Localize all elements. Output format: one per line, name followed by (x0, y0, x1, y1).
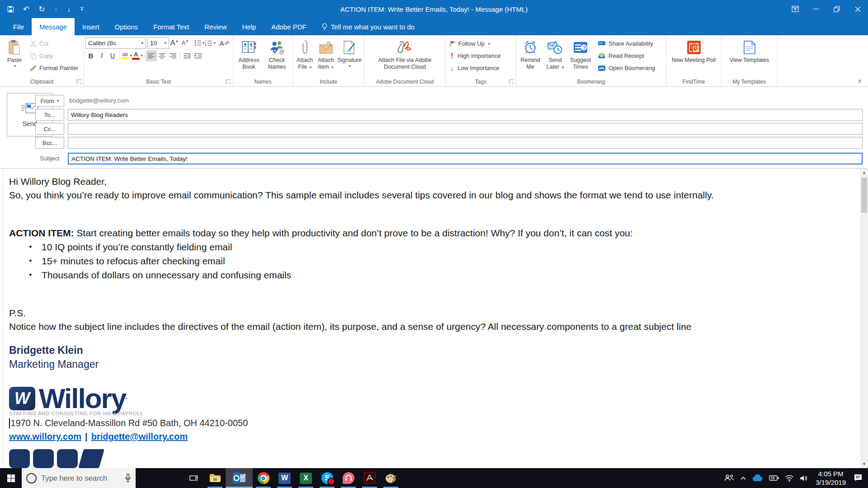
battery-icon[interactable] (769, 475, 779, 481)
undo-icon[interactable]: ↶ (23, 5, 29, 13)
task-view-button[interactable] (183, 468, 204, 488)
from-button[interactable]: From▾ (35, 95, 64, 107)
clear-formatting-button[interactable]: A (219, 38, 230, 49)
collapse-ribbon-icon[interactable]: ∧ (858, 78, 862, 84)
excel-taskbar-button[interactable]: X (295, 468, 316, 488)
volume-icon[interactable] (800, 475, 808, 482)
view-templates-button[interactable]: View Templates (729, 37, 770, 76)
show-hidden-icons-chevron[interactable] (740, 476, 746, 480)
bold-button[interactable]: B (85, 50, 96, 61)
paste-button[interactable]: Paste ▾ (1, 37, 28, 76)
font-size-combo[interactable]: 10▾ (147, 38, 169, 49)
scroll-up-icon[interactable]: ▲ (862, 170, 866, 175)
decrease-indent-button[interactable] (182, 50, 193, 61)
tell-me-box[interactable]: Tell me what you want to do (314, 18, 422, 35)
message-body[interactable]: Hi Willory Blog Reader, So, you think yo… (0, 168, 868, 468)
headset-app-taskbar-button[interactable] (338, 468, 359, 488)
tab-format-text[interactable]: Format Text (146, 18, 197, 35)
action-center-icon[interactable] (854, 474, 863, 483)
tags-dialog-launcher-icon[interactable]: ↘ (509, 80, 514, 84)
file-explorer-button[interactable] (204, 468, 226, 488)
start-button[interactable] (0, 468, 22, 488)
body-scrollbar[interactable]: ▲ ▼ (860, 169, 868, 468)
numbering-button[interactable]: 123 ▾ (205, 38, 216, 49)
tab-options[interactable]: Options (107, 18, 146, 35)
font-name-combo[interactable]: Calibri (Bc▾ (85, 38, 146, 49)
bcc-field[interactable] (68, 137, 863, 149)
increase-indent-button[interactable] (193, 50, 203, 61)
email-link[interactable]: bridgette@willory.com (91, 432, 188, 441)
skype-taskbar-button[interactable]: S (316, 468, 338, 488)
highlight-button[interactable]: ab▾ (121, 50, 132, 61)
underline-button[interactable]: U (107, 50, 118, 61)
microphone-icon[interactable] (125, 474, 131, 483)
ribbon-display-options-icon[interactable] (785, 0, 806, 18)
font-color-button[interactable]: A▾ (132, 50, 143, 61)
tab-insert[interactable]: Insert (75, 18, 107, 35)
check-names-button[interactable]: @ Check Names (263, 37, 291, 76)
address-book-button[interactable]: Address Book (235, 37, 263, 76)
low-importance-button[interactable]: ↓ Low Importance (447, 62, 503, 74)
restore-icon[interactable] (826, 0, 847, 18)
word-taskbar-button[interactable]: W (274, 468, 295, 488)
bcc-button[interactable]: Bcc... (35, 137, 64, 149)
attach-via-adobe-button[interactable]: Attach File via Adobe Document Cloud (366, 37, 444, 76)
shrink-font-button[interactable]: A▼ (180, 38, 191, 49)
to-button[interactable]: To... (35, 109, 64, 121)
paste-dropdown-icon[interactable]: ▾ (14, 64, 16, 68)
facebook-icon[interactable] (9, 449, 30, 468)
twitter-icon[interactable] (33, 449, 54, 468)
social-icon[interactable] (78, 449, 104, 468)
align-center-button[interactable] (157, 50, 168, 61)
read-receipt-button[interactable]: ? Read Receipt (595, 50, 657, 62)
linkedin-icon[interactable] (57, 449, 78, 468)
remind-me-button[interactable]: Remind Me (518, 37, 543, 76)
align-right-button[interactable] (168, 50, 179, 61)
tab-help[interactable]: Help (234, 18, 264, 35)
search-input[interactable] (41, 474, 109, 483)
minimize-icon[interactable] (806, 0, 826, 18)
customize-qat-icon[interactable]: ▾ (80, 7, 84, 11)
scroll-down-icon[interactable]: ▼ (862, 462, 866, 466)
outlook-taskbar-button[interactable] (226, 468, 253, 488)
paint-taskbar-button[interactable] (380, 468, 401, 488)
acrobat-taskbar-button[interactable] (359, 468, 380, 488)
send-later-button[interactable]: Send Later ▾ (543, 37, 567, 76)
redo-icon[interactable]: ↻ (38, 5, 45, 13)
tab-message[interactable]: Message (32, 18, 75, 35)
tab-review[interactable]: Review (197, 18, 234, 35)
attach-item-button[interactable]: Attach Item ▾ (315, 37, 336, 76)
tab-adobe-pdf[interactable]: Adobe PDF (264, 18, 314, 35)
next-item-icon[interactable]: ↓ (67, 5, 71, 13)
cc-button[interactable]: Cc... (35, 123, 64, 135)
onedrive-icon[interactable] (752, 474, 763, 482)
suggest-times-button[interactable]: ? Suggest Times (567, 37, 594, 76)
signature-button[interactable]: Signature ▾ (336, 37, 363, 76)
taskbar-clock[interactable]: 4:05 PM 3/19/2019 (816, 469, 846, 487)
to-field[interactable]: Willory Blog Readers (68, 109, 863, 121)
clipboard-dialog-launcher-icon[interactable]: ↘ (77, 80, 82, 84)
wifi-icon[interactable] (785, 475, 794, 482)
grow-font-button[interactable]: A▲ (169, 38, 180, 49)
subject-field[interactable]: ACTION ITEM: Write Better Emails, Today! (68, 153, 863, 164)
attach-file-button[interactable]: Attach File ▾ (294, 37, 315, 76)
basic-text-dialog-launcher-icon[interactable]: ↘ (226, 80, 231, 84)
italic-button[interactable]: I (96, 50, 107, 61)
open-boomerang-button[interactable]: Open Boomerang (595, 62, 657, 74)
scrollbar-thumb[interactable] (861, 178, 867, 213)
high-importance-button[interactable]: ! High Importance (447, 50, 503, 62)
taskbar-search[interactable] (22, 468, 136, 488)
new-meeting-poll-button[interactable]: New Meeting Poll (670, 37, 717, 76)
share-availability-button[interactable]: Share Availability (595, 38, 657, 50)
chrome-taskbar-button[interactable] (253, 468, 274, 488)
save-icon[interactable] (7, 6, 14, 13)
people-icon[interactable] (724, 474, 734, 482)
tab-file[interactable]: File (5, 18, 32, 35)
follow-up-button[interactable]: Follow Up▾ (447, 38, 503, 50)
format-painter-button[interactable]: Format Painter (28, 62, 80, 74)
bullets-button[interactable]: ▾ (194, 38, 205, 49)
close-icon[interactable] (847, 0, 868, 18)
website-link[interactable]: www.willory.com (9, 432, 81, 441)
align-left-button[interactable] (146, 50, 157, 61)
cc-field[interactable] (68, 123, 863, 135)
